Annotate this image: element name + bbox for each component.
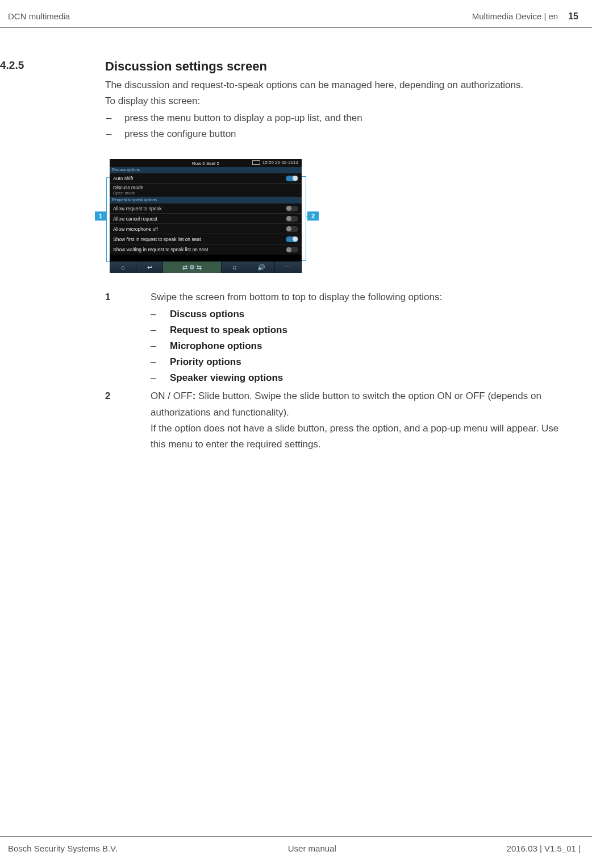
device-navbar: ⌂ ↩ ⇄ ⚙ ⇆ ♫ 🔊 ⋯ xyxy=(110,261,302,273)
option-label: Allow microphone off xyxy=(113,226,158,232)
legend-sublist: –Discuss options –Request to speak optio… xyxy=(151,306,575,386)
nav-center-icon[interactable]: ⇄ ⚙ ⇆ xyxy=(163,261,221,273)
legend-item: Speaker viewing options xyxy=(170,370,283,386)
footer-right: 2016.03 | V1.5_01 | xyxy=(507,844,581,853)
nav-back-icon[interactable]: ↩ xyxy=(136,261,163,273)
legend-rest: Slide button. Swipe the slide button to … xyxy=(151,391,541,417)
toggle-on[interactable] xyxy=(286,236,298,242)
legend-text-2: If the option does not have a slide butt… xyxy=(151,421,575,452)
nav-speaker-icon[interactable]: 🔊 xyxy=(248,261,275,273)
option-show-waiting[interactable]: Show waiting in request to speak list on… xyxy=(110,244,302,255)
toggle-off[interactable] xyxy=(286,206,298,211)
option-auto-shift[interactable]: Auto shift xyxy=(110,173,302,184)
nav-headphones-icon[interactable]: ♫ xyxy=(222,261,248,273)
section-header-request: Request to speak options xyxy=(110,197,302,203)
option-label: Allow cancel request xyxy=(113,216,157,222)
page-header: DCN multimedia Multimedia Device | en 15 xyxy=(0,0,592,28)
page-footer: Bosch Security Systems B.V. User manual … xyxy=(0,836,592,868)
bullet-text: press the menu button to display a pop-u… xyxy=(124,110,362,126)
intro-bullets: – press the menu button to display a pop… xyxy=(105,110,575,142)
option-label: Discuss mode xyxy=(113,185,143,190)
nav-more-icon[interactable]: ⋯ xyxy=(275,261,302,273)
option-label: Show waiting in request to speak list on… xyxy=(113,247,208,252)
intro-para-1: The discussion and request-to-speak opti… xyxy=(105,77,575,93)
section-title: Discussion settings screen xyxy=(105,59,575,74)
option-allow-cancel[interactable]: Allow cancel request xyxy=(110,214,302,224)
toggle-on[interactable] xyxy=(286,176,298,181)
page-number: 15 xyxy=(568,11,578,22)
footer-center: User manual xyxy=(288,844,336,853)
option-allow-mic-off[interactable]: Allow microphone off xyxy=(110,224,302,234)
device-datetime: 15:55 26-08-2013 xyxy=(262,160,298,165)
device-seat: Row 6 Seat 5 xyxy=(192,161,219,166)
legend-item: Discuss options xyxy=(170,306,244,322)
bullet-row: – press the menu button to display a pop… xyxy=(105,110,575,126)
legend-prefix: ON / OFF xyxy=(151,391,193,401)
toggle-off[interactable] xyxy=(286,247,298,252)
header-right-text: Multimedia Device | en xyxy=(472,11,558,21)
legend-body: ON / OFF: Slide button. Swipe the slide … xyxy=(151,388,575,452)
device-screenshot: Row 6 Seat 5 15:55 26-08-2013 Discuss op… xyxy=(110,159,302,273)
legend-num: 2 xyxy=(105,388,151,452)
content: 4.2.5 Discussion settings screen The dis… xyxy=(0,28,592,455)
option-show-first[interactable]: Show first in request to speak list on s… xyxy=(110,234,302,244)
legend-text: ON / OFF: Slide button. Swipe the slide … xyxy=(151,388,575,420)
callout-2: 2 xyxy=(307,211,319,221)
option-discuss-mode[interactable]: Discuss mode Open mode xyxy=(110,184,302,197)
intro-para-2: To display this screen: xyxy=(105,93,575,109)
option-label: Show first in request to speak list on s… xyxy=(113,236,201,242)
option-label: Auto shift xyxy=(113,176,133,181)
option-sublabel: Open mode xyxy=(113,190,135,196)
option-allow-request[interactable]: Allow request to speak xyxy=(110,203,302,214)
section-number: 4.2.5 xyxy=(0,59,105,72)
legend-body: Swipe the screen from bottom to top to d… xyxy=(151,289,575,386)
legend-num: 1 xyxy=(105,289,151,386)
legend-text: Swipe the screen from bottom to top to d… xyxy=(151,289,575,305)
nav-home-icon[interactable]: ⌂ xyxy=(110,261,136,273)
battery-icon xyxy=(252,160,260,165)
legend-row-2: 2 ON / OFF: Slide button. Swipe the slid… xyxy=(105,388,575,452)
bullet-text: press the configure button xyxy=(124,126,236,142)
bullet-row: – press the configure button xyxy=(105,126,575,142)
option-label: Allow request to speak xyxy=(113,206,162,211)
device-status-right: 15:55 26-08-2013 xyxy=(252,160,298,165)
header-right: Multimedia Device | en 15 xyxy=(472,11,578,22)
toggle-off[interactable] xyxy=(286,216,298,222)
footer-left: Bosch Security Systems B.V. xyxy=(8,844,118,853)
legend-item: Microphone options xyxy=(170,338,262,354)
section-body: Discussion settings screen The discussio… xyxy=(105,59,575,455)
header-left: DCN multimedia xyxy=(8,11,70,21)
legend-item: Priority options xyxy=(170,354,241,370)
device-statusbar: Row 6 Seat 5 15:55 26-08-2013 xyxy=(110,159,302,167)
legend-row-1: 1 Swipe the screen from bottom to top to… xyxy=(105,289,575,386)
toggle-off[interactable] xyxy=(286,226,298,232)
legend-item: Request to speak options xyxy=(170,322,287,338)
callout-1: 1 xyxy=(95,211,106,221)
figure: 1 2 Row 6 Seat 5 15:55 26-08-2013 Discus… xyxy=(101,159,322,276)
section-header-discuss: Discuss options xyxy=(110,167,302,173)
